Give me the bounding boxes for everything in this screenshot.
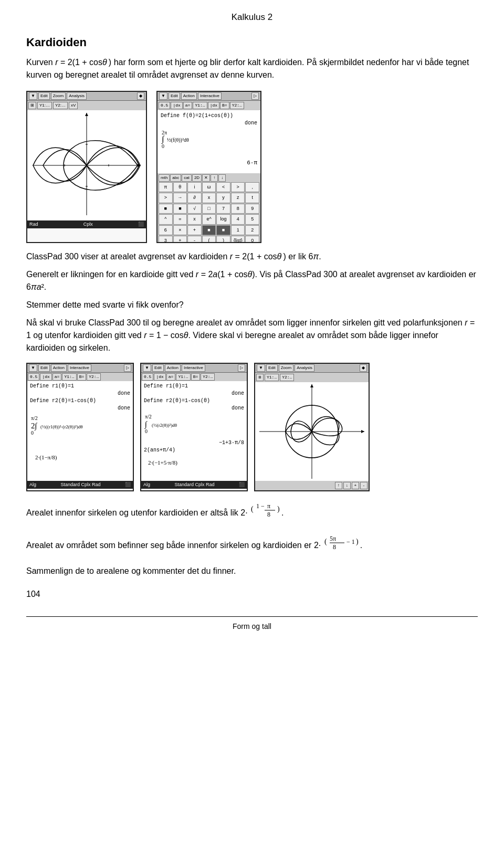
paragraph-6: Arealet innenfor sirkelen og utenfor kar…: [26, 500, 478, 527]
svg-text:1 −: 1 −: [256, 502, 265, 510]
page-footer: Form og tall: [26, 616, 478, 632]
svg-text:0: 0: [145, 428, 148, 434]
svg-text:8: 8: [333, 543, 336, 551]
footer-publisher: Form og tall: [233, 622, 271, 630]
page-number: 104: [26, 588, 478, 601]
header-title: Kalkulus 2: [232, 12, 272, 22]
svg-text:2∫: 2∫: [31, 422, 38, 430]
calc1-toolbar: ▼ Edit Zoom Analysis ◆: [27, 92, 146, 101]
svg-text:(: (: [324, 538, 327, 546]
page-header: Kalkulus 2: [26, 10, 478, 24]
calc3-left-status: Alg Standard Cplx Rad ⬛: [27, 481, 133, 489]
calc-cas-screen: ▼ Edit Action Interactive ▷ 0.5 |dx a= Y…: [156, 91, 261, 243]
calc3-right-status: Rad Cplx ⬛: [255, 490, 369, 491]
calc3-left-toolbar: ▼ Edit Action Interactive ▷: [27, 364, 133, 373]
calc-graph-screen: ▼ Edit Zoom Analysis ◆ ⊞ Y1:… Y2:… xV: [26, 91, 147, 243]
svg-text:π: π: [267, 502, 270, 510]
calc3-mid-toolbar: ▼ Edit Action Interactive ▷: [141, 364, 247, 373]
calc3-mid-status: Alg Standard Cplx Rad ⬛: [141, 481, 247, 489]
two-curves-graph: [255, 382, 369, 481]
svg-text:5π: 5π: [330, 535, 336, 542]
cas-output-1: Define f(θ)=2(1+cos(θ)) done 2π ∫ ½(f(θ)…: [158, 110, 260, 173]
calc-bottom-left: ▼ Edit Action Interactive ▷ 0.5 |dx a= Y…: [26, 363, 134, 491]
svg-text:(½(r2(θ))²)dθ: (½(r2(θ))²)dθ: [152, 423, 177, 428]
svg-text:½(f(θ))²dθ: ½(f(θ))²dθ: [167, 137, 189, 143]
svg-text:(½((r1(θ))²-(r2(θ))²)dθ: (½((r1(θ))²-(r2(θ))²)dθ: [40, 424, 83, 429]
paragraph-7: Arealet av området som befinner seg både…: [26, 532, 478, 560]
paragraph-3: Generelt er likningen for en kardioide g…: [26, 268, 478, 293]
calc3-left-output: Define r1(θ)=1 done Define r2(θ)=1-cos(θ…: [27, 381, 133, 481]
calc3-right-toolbar: ▼ Edit Zoom Analysis ◆: [255, 364, 369, 373]
svg-text:π/2: π/2: [145, 414, 152, 419]
svg-text:π/2: π/2: [31, 415, 38, 421]
svg-text:0: 0: [31, 430, 34, 436]
svg-text:∫: ∫: [144, 420, 148, 429]
cardioid-graph: [27, 110, 146, 220]
calculator-row-1: ▼ Edit Zoom Analysis ◆ ⊞ Y1:… Y2:… xV: [26, 91, 478, 243]
paragraph-5: Nå skal vi bruke ClassPad 300 til og ber…: [26, 317, 478, 354]
svg-text:− 1: − 1: [346, 538, 355, 545]
calculator-row-2: ▼ Edit Action Interactive ▷ 0.5 |dx a= Y…: [26, 363, 478, 491]
svg-text:(: (: [251, 505, 254, 513]
section-heading: Kardioiden: [26, 34, 478, 51]
svg-text:0: 0: [162, 143, 164, 149]
paragraph-1: Kurven r = 2(1 + cosθ ) har form som et …: [26, 56, 478, 81]
svg-text:): ): [356, 538, 359, 546]
svg-text:2·(1−π/8): 2·(1−π/8): [35, 454, 57, 461]
paragraph-8: Sammenlign de to arealene og kommenter d…: [26, 565, 478, 577]
svg-marker-25: [361, 430, 364, 433]
calc1-status: Rad Cplx ⬛: [27, 220, 146, 229]
calc-bottom-right: ▼ Edit Zoom Analysis ◆ ⊞ Y1:… Y2:…: [254, 363, 370, 491]
paragraph-2: ClassPad 300 viser at arealet avgrenset …: [26, 250, 478, 263]
calc3-mid-output: Define r1(θ)=1 done Define r2(θ)=1-cos(θ…: [141, 381, 247, 481]
svg-text:2·(−1+5·π/8): 2·(−1+5·π/8): [148, 459, 177, 466]
svg-marker-26: [310, 384, 313, 387]
paragraph-4: Stemmer dette med svarte vi fikk ovenfor…: [26, 299, 478, 311]
svg-text:8: 8: [267, 511, 270, 518]
svg-text:): ): [277, 505, 280, 513]
calc2-toolbar: ▼ Edit Action Interactive ▷: [158, 92, 260, 101]
svg-marker-3: [85, 113, 88, 116]
calc-bottom-mid: ▼ Edit Action Interactive ▷ 0.5 |dx a= Y…: [140, 363, 248, 491]
